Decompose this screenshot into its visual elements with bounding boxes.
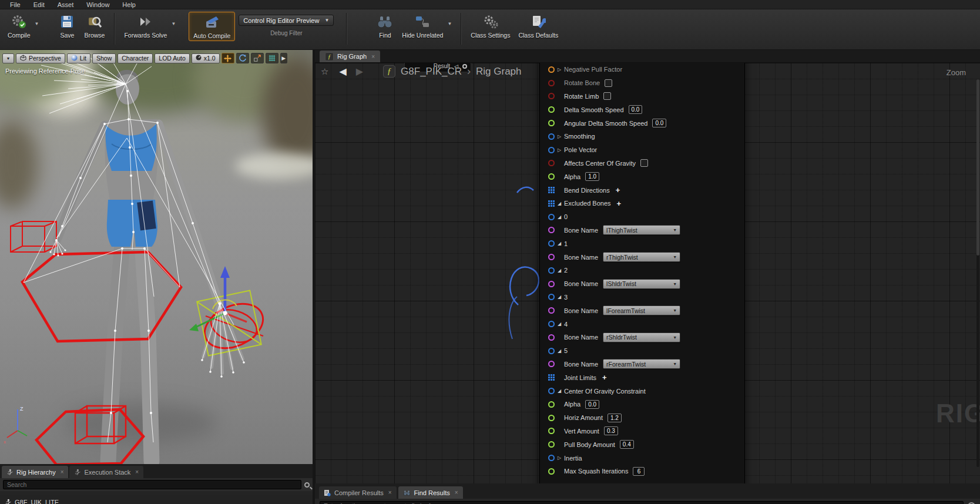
search-icon[interactable] [304, 482, 310, 488]
close-icon[interactable]: × [135, 469, 139, 475]
menu-item-window[interactable]: Window [80, 0, 116, 9]
struct-pin-icon[interactable] [548, 240, 555, 247]
pin-value-box[interactable]: 6 [633, 467, 645, 476]
viewport-3d[interactable]: Z x ▼ Perspective Lit Show [0, 50, 313, 464]
pin-expander-icon[interactable]: ▷ [555, 147, 564, 153]
tab-find-results[interactable]: Find Results × [398, 486, 463, 499]
search-icon[interactable] [968, 502, 975, 504]
bool-pin-icon[interactable] [548, 160, 555, 166]
struct-pin-icon[interactable] [548, 294, 555, 300]
float-pin-icon[interactable] [548, 428, 555, 434]
class-defaults-button[interactable]: Class Defaults [514, 12, 562, 40]
array-pin-icon[interactable] [548, 200, 555, 207]
struct-pin-icon[interactable] [548, 455, 555, 461]
pin-value-box[interactable]: 0.0 [629, 105, 643, 114]
find-references-input[interactable] [320, 501, 964, 504]
float-pin-icon[interactable] [548, 401, 555, 408]
array-add-button[interactable]: + [617, 199, 622, 208]
int-pin-icon[interactable] [548, 468, 555, 475]
close-icon[interactable]: × [371, 53, 375, 60]
orange-pin-icon[interactable] [548, 66, 555, 73]
bone-name-dropdown[interactable]: rThighTwist▼ [603, 252, 680, 262]
forward-arrow-icon[interactable]: ▶ [356, 66, 363, 77]
pin-expander-icon[interactable]: ◢ [555, 294, 564, 300]
character-button[interactable]: Character [118, 53, 153, 63]
back-arrow-icon[interactable]: ◀ [339, 66, 346, 77]
graph-scrollbar[interactable] [976, 79, 979, 467]
float-pin-icon[interactable] [548, 441, 555, 448]
array-pin-icon[interactable] [548, 187, 555, 193]
search-input[interactable] [3, 480, 301, 489]
struct-pin-icon[interactable] [548, 267, 555, 274]
float-pin-icon[interactable] [548, 120, 555, 126]
struct-pin-icon[interactable] [548, 388, 555, 394]
bool-pin-icon[interactable] [548, 80, 555, 86]
show-button[interactable]: Show [92, 53, 116, 63]
pin-value-box[interactable]: 0.4 [620, 440, 634, 449]
bool-pin-icon[interactable] [548, 93, 555, 99]
menu-item-asset[interactable]: Asset [51, 0, 80, 9]
struct-pin-icon[interactable] [548, 214, 555, 220]
menu-item-file[interactable]: File [4, 0, 27, 9]
pin-expander-icon[interactable]: ◢ [555, 388, 564, 394]
pin-expander-icon[interactable]: ◢ [555, 214, 564, 220]
pin-checkbox[interactable] [640, 159, 648, 167]
bone-name-dropdown[interactable]: lShldrTwist▼ [603, 279, 680, 289]
breadcrumb-current[interactable]: Rig Graph [476, 66, 521, 78]
pin-expander-icon[interactable]: ▷ [555, 134, 564, 139]
name-pin-icon[interactable] [548, 361, 555, 367]
tab-rig-graph[interactable]: ƒ Rig Graph × [320, 51, 380, 62]
float-pin-icon[interactable] [548, 106, 555, 113]
lit-mode-button[interactable]: Lit [67, 53, 90, 63]
hide-unrelated-button[interactable]: Hide Unrelated [398, 12, 447, 40]
save-button[interactable]: Save [54, 12, 80, 40]
float-pin-icon[interactable] [548, 173, 555, 180]
hide-unrelated-dropdown-arrow[interactable]: ▼ [447, 21, 452, 26]
tab-compiler-results[interactable]: Compiler Results × [319, 486, 397, 499]
name-pin-icon[interactable] [548, 334, 555, 341]
pin-value-box[interactable]: 1.2 [608, 414, 622, 422]
pin-expander-icon[interactable]: ▷ [555, 455, 564, 461]
menu-item-help[interactable]: Help [116, 0, 142, 9]
forwards-solve-button[interactable]: Forwards Solve [120, 12, 171, 40]
pin-expander-icon[interactable]: ◢ [555, 321, 564, 327]
bone-name-dropdown[interactable]: rForearmTwist▼ [603, 359, 680, 369]
float-pin-icon[interactable] [548, 415, 555, 421]
struct-pin-icon[interactable] [548, 133, 555, 140]
bone-name-dropdown[interactable]: rShldrTwist▼ [603, 332, 680, 342]
find-button[interactable]: Find [372, 12, 398, 40]
name-pin-icon[interactable] [548, 307, 555, 314]
compile-dropdown-arrow[interactable]: ▼ [35, 21, 39, 26]
close-icon[interactable]: × [388, 489, 392, 496]
pin-expander-icon[interactable]: ◢ [555, 201, 564, 206]
struct-pin-icon[interactable] [548, 147, 555, 153]
toolbar-overflow-button[interactable]: ▶ [280, 53, 287, 63]
breadcrumb-root[interactable]: G8F_PIK_CR [401, 66, 462, 78]
close-icon[interactable]: × [455, 489, 458, 496]
favorites-star-icon[interactable]: ☆ [321, 66, 328, 77]
pin-expander-icon[interactable]: ◢ [555, 348, 564, 354]
compile-button[interactable]: Compile [4, 12, 35, 40]
pin-value-box[interactable]: 0.0 [652, 119, 666, 127]
pin-expander-icon[interactable]: ◢ [555, 241, 564, 246]
rig-unit-node[interactable]: ▷Negative Pull FactorRotate BoneRotate L… [539, 63, 745, 483]
auto-compile-button[interactable]: Auto Compile [189, 12, 235, 41]
lod-auto-button[interactable]: LOD Auto [155, 53, 190, 63]
rotate-tool-button[interactable] [236, 53, 249, 63]
translate-tool-button[interactable] [221, 53, 234, 63]
menu-item-edit[interactable]: Edit [27, 0, 51, 9]
snap-grid-button[interactable] [266, 53, 278, 63]
close-icon[interactable]: × [61, 469, 64, 475]
scale-tool-button[interactable] [251, 53, 264, 63]
playback-speed-button[interactable]: x1.0 [192, 53, 220, 63]
browse-button[interactable]: Browse [80, 12, 109, 40]
debug-filter-dropdown[interactable]: Control Rig Editor Preview ▼ [239, 15, 334, 26]
name-pin-icon[interactable] [548, 281, 555, 287]
bone-name-dropdown[interactable]: lForearmTwist▼ [603, 305, 680, 315]
viewport-options-dropdown[interactable]: ▼ [2, 53, 14, 63]
name-pin-icon[interactable] [548, 227, 555, 233]
perspective-button[interactable]: Perspective [16, 53, 65, 63]
pin-checkbox[interactable] [603, 92, 611, 100]
bone-name-dropdown[interactable]: lThighTwist▼ [603, 225, 680, 235]
pin-value-box[interactable]: 0.0 [585, 400, 599, 409]
